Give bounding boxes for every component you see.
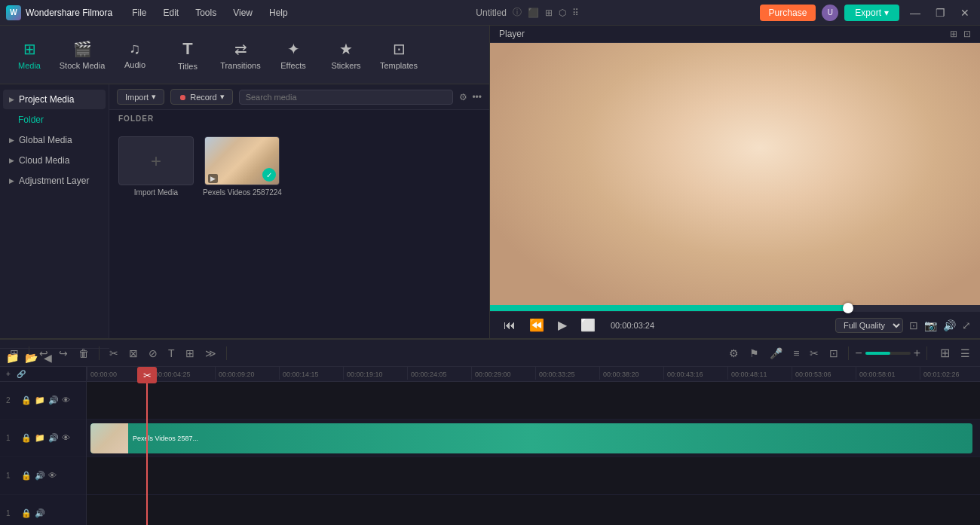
sidebar: ▶ Project Media Folder ▶ Global Media ▶ … (0, 84, 109, 338)
mic-icon[interactable]: 🎤 (766, 345, 786, 362)
nav-templates[interactable]: ⊡ Templates (372, 29, 425, 81)
folder-icon-v1[interactable]: 📁 (35, 433, 45, 443)
nav-titles[interactable]: T Titles (161, 29, 214, 81)
logo-icon: W (6, 5, 21, 20)
timeline-tracks[interactable]: 00:00:00 00:00:04:25 00:00:09:20 00:00:1… (87, 367, 980, 525)
filter-icon[interactable]: ⚙ (459, 92, 467, 102)
expand-player-icon[interactable]: ⊞ (950, 29, 957, 39)
step-back-button[interactable]: ⏮ (499, 317, 520, 334)
menu-tools[interactable]: Tools (188, 5, 224, 21)
sidebar-item-adjustment-layer[interactable]: ▶ Adjustment Layer (3, 171, 106, 191)
track-label-audio1: 1 🔒 🔊 👁 (0, 457, 86, 495)
zoom-out-button[interactable]: − (855, 346, 862, 360)
ruler-mark-4: 00:00:19:10 (343, 367, 407, 380)
zoom-fit-icon[interactable]: ⤢ (962, 319, 971, 331)
sidebar-adjustment-label: Adjustment Layer (19, 176, 89, 186)
insert-icon[interactable]: ⊡ (825, 345, 842, 362)
maximize-button[interactable]: ❐ (931, 5, 950, 20)
zoom-in-button[interactable]: + (914, 346, 920, 360)
arrow-icon-cloud: ▶ (9, 157, 14, 164)
fullscreen-button[interactable]: ⬜ (576, 316, 600, 334)
grid-icon[interactable]: ⊞ (545, 8, 553, 18)
marker-icon[interactable]: ⚑ (746, 345, 763, 362)
disable-button[interactable]: ⊘ (145, 345, 161, 362)
sidebar-item-folder[interactable]: Folder (3, 110, 106, 130)
menu-icon[interactable]: ☰ (957, 345, 974, 362)
import-button[interactable]: Import ▾ (117, 89, 164, 105)
crop-button[interactable]: ⊠ (125, 345, 142, 362)
monitor-icon[interactable]: ⬛ (528, 8, 539, 18)
speed-button[interactable]: ≫ (201, 345, 220, 362)
audio-adjust-button[interactable]: ⊞ (182, 345, 198, 362)
close-button[interactable]: ✕ (956, 5, 974, 20)
player-progress-thumb[interactable] (843, 303, 853, 313)
user-avatar[interactable]: U (822, 5, 838, 21)
apps-icon[interactable]: ⠿ (572, 8, 579, 18)
player-settings-icon[interactable]: ⊡ (963, 29, 971, 39)
pexels-media-thumb[interactable]: ✓ ▶ Pexels Videos 2587224 (203, 136, 282, 197)
left-panel: ⊞ Media 🎬 Stock Media ♫ Audio T Titles ⇄ (0, 26, 490, 338)
folder-icon-v2[interactable]: 📁 (35, 395, 45, 405)
nav-titles-label: Titles (178, 62, 198, 71)
player-progress-bar[interactable] (490, 305, 980, 311)
player-header: Player ⊞ ⊡ (490, 26, 980, 43)
media-top-bar: Import ▾ ⏺ Record ▾ ⚙ ••• (109, 84, 489, 110)
nav-stickers[interactable]: ★ Stickers (320, 29, 372, 81)
nav-media[interactable]: ⊞ Media (3, 29, 56, 81)
player-progress-fill (490, 305, 848, 311)
eye-icon-v2[interactable]: 👁 (62, 395, 70, 405)
export-button[interactable]: Export ▾ (844, 5, 899, 21)
more-icon[interactable]: ••• (472, 92, 482, 102)
pexels-media-box[interactable]: ✓ ▶ (204, 136, 280, 185)
track-row-video1[interactable]: Pexels Videos 2587... (87, 420, 980, 457)
nav-transitions[interactable]: ⇄ Transitions (214, 29, 267, 81)
pip-icon[interactable]: ⊡ (909, 319, 918, 331)
video-clip[interactable]: Pexels Videos 2587... (90, 423, 972, 453)
volume-icon-v1[interactable]: 🔊 (48, 433, 59, 443)
titlebar-right: Purchase U Export ▾ — ❐ ✕ (760, 5, 974, 21)
more-options-button[interactable]: ⊞ (936, 343, 954, 362)
sidebar-item-global-media[interactable]: ▶ Global Media (3, 130, 106, 150)
lock-icon-a1[interactable]: 🔒 (21, 471, 32, 481)
play-button[interactable]: ▶ (553, 316, 571, 334)
menu-help[interactable]: Help (262, 5, 296, 21)
nav-audio[interactable]: ♫ Audio (109, 29, 161, 81)
search-input[interactable] (239, 90, 454, 105)
sidebar-item-project-media[interactable]: ▶ Project Media (3, 90, 106, 109)
volume-icon-v2[interactable]: 🔊 (48, 395, 59, 405)
nav-stock[interactable]: 🎬 Stock Media (56, 29, 109, 81)
nav-effects[interactable]: ✦ Effects (267, 29, 320, 81)
menu-file[interactable]: File (124, 5, 154, 21)
quality-select[interactable]: Full Quality 1/2 Quality 1/4 Quality (835, 318, 903, 333)
lock-icon-v2[interactable]: 🔒 (21, 395, 32, 405)
volume-icon-a1[interactable]: 🔊 (35, 471, 45, 481)
purchase-button[interactable]: Purchase (760, 5, 816, 21)
import-media-box[interactable]: + (118, 136, 194, 185)
sidebar-item-cloud-media[interactable]: ▶ Cloud Media (3, 151, 106, 170)
eye-icon-v1[interactable]: 👁 (62, 433, 70, 443)
record-button[interactable]: ⏺ Record ▾ (170, 89, 232, 105)
link-icon[interactable]: 🔗 (17, 370, 26, 378)
volume-icon-a2[interactable]: 🔊 (35, 508, 45, 518)
audio-icon: ♫ (130, 40, 141, 57)
frame-back-button[interactable]: ⏪ (525, 316, 549, 334)
volume-icon[interactable]: 🔊 (943, 319, 956, 331)
import-media-thumb[interactable]: + Import Media (118, 136, 194, 197)
record-arrow: ▾ (220, 92, 225, 102)
project-title: Untitled (476, 8, 507, 18)
zoom-slider[interactable] (865, 352, 911, 355)
text-button[interactable]: T (164, 345, 179, 362)
cut-icon[interactable]: ✂ (806, 345, 822, 362)
share-icon[interactable]: ⬡ (559, 8, 566, 18)
settings-icon[interactable]: ⚙ (725, 345, 743, 362)
snapshot-icon[interactable]: 📷 (924, 319, 937, 331)
arrow-icon: ▶ (9, 96, 14, 103)
track-icon[interactable]: ≡ (789, 345, 803, 362)
lock-icon-a2[interactable]: 🔒 (21, 508, 32, 518)
menu-view[interactable]: View (225, 5, 260, 21)
menu-edit[interactable]: Edit (156, 5, 187, 21)
minimize-button[interactable]: — (905, 5, 925, 20)
lock-icon-v1[interactable]: 🔒 (21, 433, 32, 443)
eye-icon-a1[interactable]: 👁 (48, 471, 57, 481)
menu-bar: File Edit Tools View Help (124, 5, 296, 21)
